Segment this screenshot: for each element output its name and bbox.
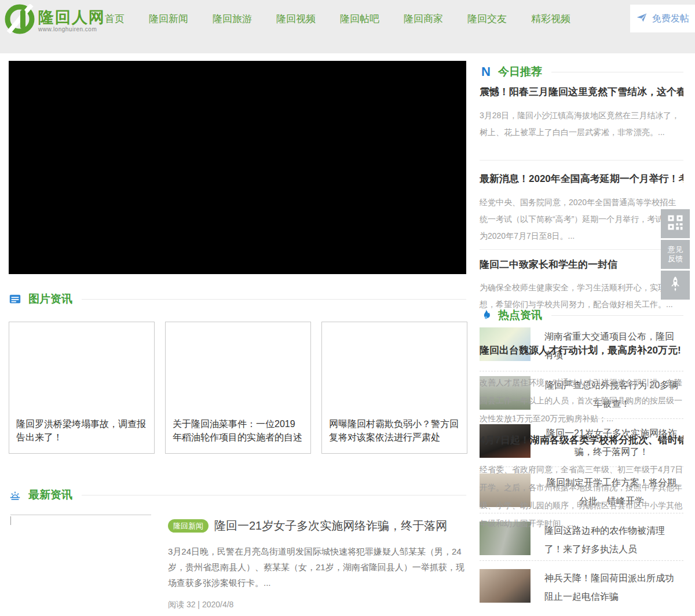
logo-text: 隆回人网 www.longhuiren.com [38, 9, 105, 32]
nav-item-news[interactable]: 隆回新闻 [149, 12, 188, 25]
picture-card[interactable]: 网曝隆回村霸欺负弱小？警方回复将对该案依法进行严肃处 [321, 322, 467, 454]
nav-item-forum[interactable]: 隆回帖吧 [340, 12, 379, 25]
nav-item-home[interactable]: 首页 [105, 12, 125, 25]
recommend-article-title-overlay[interactable]: 4月7日起！湖南各级各类学校将分批次、错时错峰 [480, 433, 683, 447]
hot-news-title: 热点资讯 [498, 308, 542, 323]
broken-image-placeholder [10, 515, 151, 515]
photos-icon [9, 293, 21, 305]
dashed-divider [480, 560, 683, 561]
hot-news-header: 热点资讯 [480, 308, 683, 323]
header-rule [551, 72, 683, 72]
sidebar: N 今日推荐 震憾！阳春三月隆回这里竟然下雪结冰，这个春 3月28日，隆回小沙江… [480, 61, 683, 616]
site-name: 隆回人网 [38, 9, 105, 26]
qrcode-button[interactable] [661, 209, 690, 238]
picture-news-header: 图片资讯 [9, 291, 466, 307]
nav-item-video[interactable]: 隆回视频 [276, 12, 316, 25]
divider [480, 249, 683, 250]
latest-article-meta: 阅读 32 | 2020/4/8 [168, 600, 467, 610]
nav-item-business[interactable]: 隆回商家 [404, 12, 443, 25]
picture-card-image [9, 322, 154, 413]
divider [480, 160, 683, 161]
recommend-article-title[interactable]: 最新消息！2020年全国高考延期一个月举行！考 [480, 172, 683, 185]
picture-card-caption: 隆回罗洪桥梁垮塌事故，调查报告出来了！ [9, 413, 154, 453]
latest-article-summary: 3月24日晚，民警在月亮岛街道明发国际城快速将犯罪嫌疑人邹某某（男，24岁，贵州… [168, 544, 467, 591]
latest-article: 隆回新闻 隆回一21岁女子多次实施网络诈骗，终于落网 3月24日晚，民警在月亮岛… [168, 518, 467, 610]
free-post-button[interactable]: 免费发帖 [630, 5, 695, 32]
nav-item-highlights[interactable]: 精彩视频 [531, 12, 570, 25]
today-recommend-title: 今日推荐 [498, 64, 542, 79]
picture-card-image [166, 322, 310, 413]
picture-card[interactable]: 关于隆回油菜事件：一位2019年稻油轮作项目的实施者的自述 [165, 322, 311, 454]
recommend-article-summary: 3月28日，隆回小沙江镇高海拔地区竟然在三月结冰了，树上、花上被罩上了白白一层武… [480, 107, 683, 141]
picture-card-caption: 网曝隆回村霸欺负弱小？警方回复将对该案依法进行严肃处 [322, 413, 467, 453]
picture-news-cards: 隆回罗洪桥梁垮塌事故，调查报告出来了！ 关于隆回油菜事件：一位2019年稻油轮作… [9, 322, 467, 454]
recommend-article-summary-overlay: 经省委、省政府同意，全省高三年级、初三年级于4月7日开学。之后，各市州根据本地疫… [480, 461, 683, 533]
recommend-article-summary-overlay: 改善人才居住环境，对通过人才引进渠道全职引进、在隆回县工作一年以上的人员，首次在… [480, 374, 683, 428]
floating-buttons: 意见 反馈 [661, 209, 690, 300]
nav-item-travel[interactable]: 隆回旅游 [213, 12, 252, 25]
hot-news-thumbnail [480, 569, 531, 603]
paper-plane-icon [636, 12, 648, 25]
recommend-article-title[interactable]: 震憾！阳春三月隆回这里竟然下雪结冰，这个春 [480, 85, 683, 99]
category-badge[interactable]: 隆回新闻 [168, 519, 209, 533]
back-to-top-button[interactable] [661, 271, 690, 300]
logo-icon [5, 4, 35, 37]
latest-article-head: 隆回新闻 隆回一21岁女子多次实施网络诈骗，终于落网 [168, 518, 467, 533]
hot-news-item[interactable]: 神兵天降！隆回荷田派出所成功阻止一起电信诈骗 [480, 569, 683, 606]
free-post-label: 免费发帖 [652, 13, 689, 25]
picture-card[interactable]: 隆回罗洪桥梁垮塌事故，调查报告出来了！ [9, 322, 155, 454]
header-rule [551, 315, 683, 316]
sunrise-icon [9, 489, 21, 501]
top-navigation-bar: 隆回人网 www.longhuiren.com 首页 隆回新闻 隆回旅游 隆回视… [0, 0, 695, 53]
recommend-article-title-overlay[interactable]: 隆回出台魏源人才行动计划，最高房补20万元! [480, 344, 683, 357]
recommend-article-title[interactable]: 隆回二中致家长和学生的一封信 [480, 258, 683, 271]
qrcode-icon [667, 214, 684, 234]
n-badge-icon: N [480, 65, 492, 78]
feedback-label-line2: 反馈 [668, 254, 683, 264]
latest-news-header: 最新资讯 [9, 487, 466, 502]
page: 隆回人网 www.longhuiren.com 首页 隆回新闻 隆回旅游 隆回视… [0, 0, 695, 616]
picture-card-image [322, 322, 467, 413]
video-player[interactable] [9, 61, 466, 274]
picture-card-caption: 关于隆回油菜事件：一位2019年稻油轮作项目的实施者的自述 [166, 413, 310, 453]
dashed-divider [480, 371, 683, 371]
flame-icon [480, 309, 492, 322]
header-rule [82, 495, 466, 495]
today-recommend-header: N 今日推荐 [480, 64, 683, 79]
main-nav: 首页 隆回新闻 隆回旅游 隆回视频 隆回帖吧 隆回商家 隆回交友 精彩视频 [105, 0, 595, 37]
feedback-button[interactable]: 意见 反馈 [661, 240, 690, 269]
site-url: www.longhuiren.com [38, 26, 105, 32]
latest-article-title[interactable]: 隆回一21岁女子多次实施网络诈骗，终于落网 [214, 518, 447, 534]
rocket-icon [667, 276, 683, 294]
site-logo[interactable]: 隆回人网 www.longhuiren.com [5, 4, 105, 37]
header-rule [82, 299, 466, 300]
recommend-article-summary: 经党中央、国务院同意，2020年全国普通高等学校招生统一考试（以下简称“高考”）… [480, 194, 683, 245]
hot-news-item-title[interactable]: 神兵天降！隆回荷田派出所成功阻止一起电信诈骗 [544, 569, 679, 606]
feedback-label-line1: 意见 [668, 245, 683, 254]
main-column: 图片资讯 隆回罗洪桥梁垮塌事故，调查报告出来了！ 关于隆回油菜事件：一位2019… [9, 61, 466, 616]
nav-item-friends[interactable]: 隆回交友 [467, 12, 507, 25]
picture-news-title: 图片资讯 [28, 291, 72, 307]
latest-news-title: 最新资讯 [28, 487, 72, 502]
